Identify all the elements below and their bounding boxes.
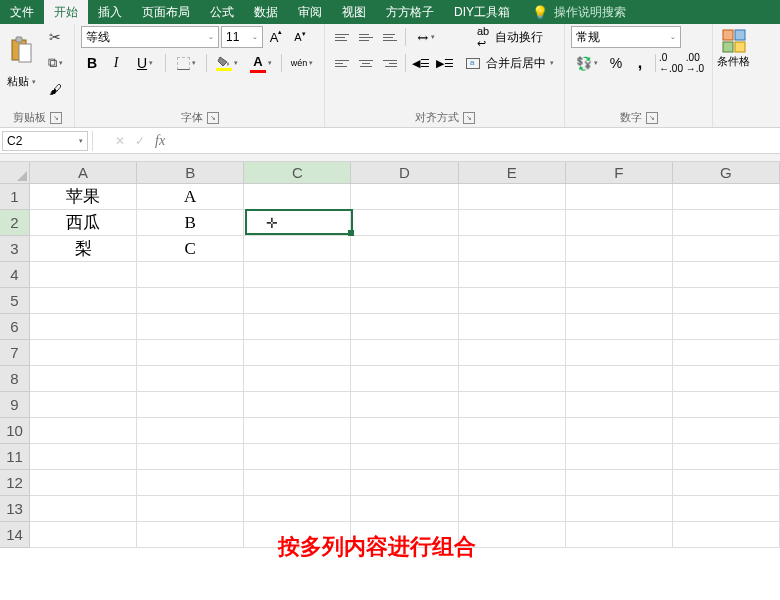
- tab-formulas[interactable]: 公式: [200, 0, 244, 24]
- fx-icon[interactable]: fx: [155, 133, 165, 149]
- row-header-1[interactable]: 1: [0, 184, 30, 210]
- cell-C2[interactable]: [244, 210, 351, 236]
- cell-E5[interactable]: [459, 288, 566, 314]
- underline-button[interactable]: U▾: [129, 52, 161, 74]
- cell-A14[interactable]: [30, 522, 137, 548]
- align-launcher[interactable]: ↘: [463, 112, 475, 124]
- col-header-A[interactable]: A: [30, 162, 137, 184]
- cell-E9[interactable]: [459, 392, 566, 418]
- tab-view[interactable]: 视图: [332, 0, 376, 24]
- percent-button[interactable]: %: [605, 52, 627, 74]
- row-header-14[interactable]: 14: [0, 522, 30, 548]
- cell-D7[interactable]: [351, 340, 458, 366]
- cell-G12[interactable]: [673, 470, 780, 496]
- cell-D1[interactable]: [351, 184, 458, 210]
- row-header-11[interactable]: 11: [0, 444, 30, 470]
- cell-F3[interactable]: [566, 236, 673, 262]
- cell-G14[interactable]: [673, 522, 780, 548]
- cell-E13[interactable]: [459, 496, 566, 522]
- row-header-6[interactable]: 6: [0, 314, 30, 340]
- cell-G13[interactable]: [673, 496, 780, 522]
- cell-F9[interactable]: [566, 392, 673, 418]
- italic-button[interactable]: I: [105, 52, 127, 74]
- cell-E2[interactable]: [459, 210, 566, 236]
- font-name-select[interactable]: 等线⌄: [81, 26, 219, 48]
- cell-D12[interactable]: [351, 470, 458, 496]
- cell-F4[interactable]: [566, 262, 673, 288]
- align-left-button[interactable]: [331, 52, 353, 74]
- cell-E1[interactable]: [459, 184, 566, 210]
- tell-me-search[interactable]: 💡 操作说明搜索: [520, 4, 626, 21]
- select-all-corner[interactable]: [0, 162, 30, 184]
- cell-B10[interactable]: [137, 418, 244, 444]
- align-right-button[interactable]: [379, 52, 401, 74]
- format-painter-button[interactable]: [42, 78, 68, 100]
- cell-C6[interactable]: [244, 314, 351, 340]
- decrease-decimal-button[interactable]: .00→.0: [684, 52, 706, 74]
- row-header-7[interactable]: 7: [0, 340, 30, 366]
- cell-A12[interactable]: [30, 470, 137, 496]
- border-button[interactable]: ▾: [170, 52, 202, 74]
- cell-D5[interactable]: [351, 288, 458, 314]
- cancel-formula-button[interactable]: ✕: [115, 134, 125, 148]
- cell-B3[interactable]: C: [137, 236, 244, 262]
- shrink-font-button[interactable]: A▾: [289, 26, 311, 48]
- cell-C12[interactable]: [244, 470, 351, 496]
- conditional-formatting-button[interactable]: 条件格: [713, 24, 754, 127]
- cell-C10[interactable]: [244, 418, 351, 444]
- tab-page-layout[interactable]: 页面布局: [132, 0, 200, 24]
- cell-A6[interactable]: [30, 314, 137, 340]
- cell-F12[interactable]: [566, 470, 673, 496]
- cell-E10[interactable]: [459, 418, 566, 444]
- paste-button[interactable]: [6, 26, 36, 74]
- cell-F6[interactable]: [566, 314, 673, 340]
- clipboard-launcher[interactable]: ↘: [50, 112, 62, 124]
- font-size-select[interactable]: 11⌄: [221, 26, 263, 48]
- cell-A10[interactable]: [30, 418, 137, 444]
- fill-color-button[interactable]: ▾: [211, 52, 243, 74]
- copy-button[interactable]: ▾: [42, 52, 68, 74]
- cell-G1[interactable]: [673, 184, 780, 210]
- cell-C5[interactable]: [244, 288, 351, 314]
- col-header-E[interactable]: E: [459, 162, 566, 184]
- chevron-down-icon[interactable]: ▾: [32, 78, 36, 86]
- col-header-G[interactable]: G: [673, 162, 780, 184]
- row-header-4[interactable]: 4: [0, 262, 30, 288]
- cell-G9[interactable]: [673, 392, 780, 418]
- cell-A2[interactable]: 西瓜: [30, 210, 137, 236]
- cell-D8[interactable]: [351, 366, 458, 392]
- cell-B1[interactable]: A: [137, 184, 244, 210]
- cell-B5[interactable]: [137, 288, 244, 314]
- tab-home[interactable]: 开始: [44, 0, 88, 24]
- cell-B13[interactable]: [137, 496, 244, 522]
- cell-G7[interactable]: [673, 340, 780, 366]
- cell-C7[interactable]: [244, 340, 351, 366]
- align-bottom-button[interactable]: [379, 26, 401, 48]
- align-center-button[interactable]: [355, 52, 377, 74]
- row-header-13[interactable]: 13: [0, 496, 30, 522]
- tab-ffgz[interactable]: 方方格子: [376, 0, 444, 24]
- cell-A13[interactable]: [30, 496, 137, 522]
- cell-D13[interactable]: [351, 496, 458, 522]
- tab-file[interactable]: 文件: [0, 0, 44, 24]
- row-header-10[interactable]: 10: [0, 418, 30, 444]
- cell-D10[interactable]: [351, 418, 458, 444]
- cell-A1[interactable]: 苹果: [30, 184, 137, 210]
- cell-F1[interactable]: [566, 184, 673, 210]
- cell-D2[interactable]: [351, 210, 458, 236]
- increase-decimal-button[interactable]: .0←.00: [660, 52, 682, 74]
- cell-A8[interactable]: [30, 366, 137, 392]
- increase-indent-button[interactable]: ▶☰: [434, 52, 456, 74]
- cell-E6[interactable]: [459, 314, 566, 340]
- number-format-select[interactable]: 常规⌄: [571, 26, 681, 48]
- accounting-format-button[interactable]: 💱▾: [571, 52, 603, 74]
- cell-B12[interactable]: [137, 470, 244, 496]
- cell-A11[interactable]: [30, 444, 137, 470]
- align-middle-button[interactable]: [355, 26, 377, 48]
- cell-D11[interactable]: [351, 444, 458, 470]
- tab-insert[interactable]: 插入: [88, 0, 132, 24]
- cell-A3[interactable]: 梨: [30, 236, 137, 262]
- row-header-9[interactable]: 9: [0, 392, 30, 418]
- cell-A5[interactable]: [30, 288, 137, 314]
- col-header-B[interactable]: B: [137, 162, 244, 184]
